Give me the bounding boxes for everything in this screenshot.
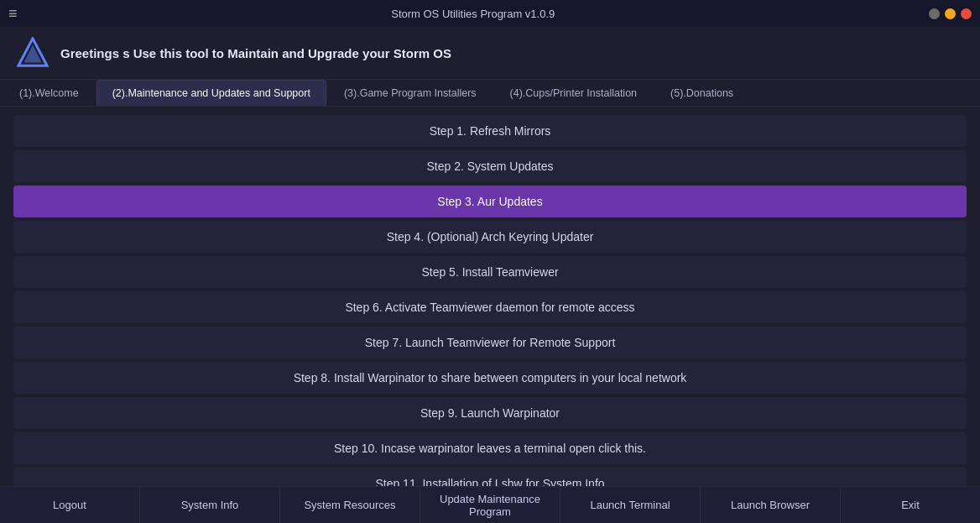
svg-marker-1 [23,45,41,63]
btn-terminal[interactable]: Launch Terminal [560,487,701,523]
main-content: Step 1. Refresh MirrorsStep 2. System Up… [0,107,980,486]
btn-exit[interactable]: Exit [841,487,980,523]
step-2[interactable]: Step 2. System Updates [13,150,967,182]
tab-3[interactable]: (3).Game Program Installers [328,80,493,106]
bottom-toolbar: LogoutSystem InfoSystem ResourcesUpdate … [0,486,980,523]
window-title: Storm OS Utilities Program v1.0.9 [18,8,929,20]
arch-logo-icon [17,37,49,69]
title-bar: ≡ Storm OS Utilities Program v1.0.9 [0,0,980,27]
step-6[interactable]: Step 6. Activate Teamviewer daemon for r… [13,291,967,323]
close-button[interactable] [961,8,972,19]
menu-icon[interactable]: ≡ [8,5,18,23]
step-9[interactable]: Step 9. Launch Warpinator [13,397,967,429]
btn-sysinfo[interactable]: System Info [140,487,280,523]
btn-logout[interactable]: Logout [0,487,140,523]
step-4[interactable]: Step 4. (Optional) Arch Keyring Updater [13,221,967,253]
maximize-button[interactable] [945,8,956,19]
tab-1[interactable]: (1).Welcome [3,80,95,106]
minimize-button[interactable] [929,8,940,19]
greeting-text: Greetings s Use this tool to Maintain an… [60,46,451,60]
greeting-bar: Greetings s Use this tool to Maintain an… [0,27,980,80]
step-3[interactable]: Step 3. Aur Updates [13,186,967,217]
btn-update[interactable]: Update Maintenance Program [420,487,560,523]
window-controls [929,8,972,19]
step-7[interactable]: Step 7. Launch Teamviewer for Remote Sup… [13,327,967,358]
step-10[interactable]: Step 10. Incase warpinator leaves a term… [13,432,967,464]
tab-4[interactable]: (4).Cups/Printer Installation [494,80,653,106]
step-11[interactable]: Step 11. Installation of Lshw for System… [13,468,967,486]
step-5[interactable]: Step 5. Install Teamviewer [13,256,967,288]
btn-sysresources[interactable]: System Resources [280,487,420,523]
btn-browser[interactable]: Launch Browser [701,487,841,523]
tab-5[interactable]: (5).Donations [654,80,749,106]
step-1[interactable]: Step 1. Refresh Mirrors [13,115,967,147]
step-8[interactable]: Step 8. Install Warpinator to share betw… [13,362,967,394]
tabs-bar: (1).Welcome(2).Maintenance and Updates a… [0,80,980,107]
tab-2[interactable]: (2).Maintenance and Updates and Support [96,80,326,106]
